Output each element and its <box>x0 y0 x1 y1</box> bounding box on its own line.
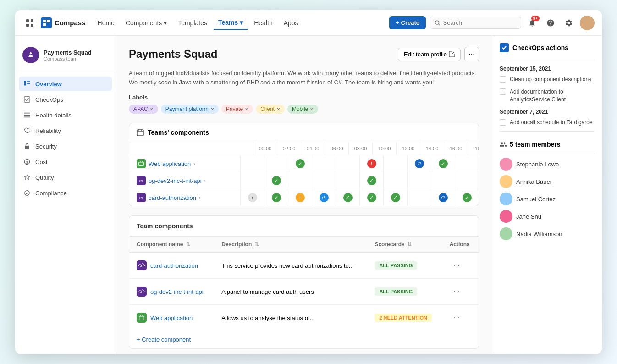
status-blue: ⏱ <box>415 159 424 168</box>
label-mobile[interactable]: Mobile ✕ <box>287 105 318 114</box>
team-avatar <box>22 47 39 63</box>
og-link[interactable]: og-dev2-inc-t-int-api <box>149 177 202 184</box>
td-card-desc: This service provides new card authoriza… <box>214 253 367 279</box>
td-og-actions: ··· <box>442 279 479 305</box>
sidebar-item-quality[interactable]: Quality <box>19 170 112 185</box>
sidebar-item-health[interactable]: Health details <box>19 108 112 122</box>
og-table-link[interactable]: og-dev2-inc-t-int-api <box>150 288 204 295</box>
status-green4: ✓ <box>367 176 376 185</box>
user-avatar[interactable] <box>580 16 595 30</box>
tc3-5: ✓ <box>359 189 383 206</box>
label-mobile-remove[interactable]: ✕ <box>310 107 314 112</box>
edit-profile-button[interactable]: Edit team profile <box>398 48 461 61</box>
label-apac[interactable]: APAC ✕ <box>129 105 158 114</box>
time-0400: 04:00 <box>301 142 325 155</box>
content-header: Payments Squad Edit team profile ··· <box>129 47 479 61</box>
td-og-desc: A panel to manage card auth users <box>214 279 367 305</box>
table-row-og: </> og-dev2-inc-t-int-api A panel to man… <box>129 279 479 305</box>
svg-rect-16 <box>24 117 30 118</box>
help-button[interactable] <box>543 16 558 30</box>
web-actions-btn[interactable]: ··· <box>450 310 464 325</box>
web-table-link[interactable]: Web application <box>150 314 193 321</box>
card-link[interactable]: card-authorization <box>149 194 196 201</box>
table-header-row: Component name ⇅ Description ⇅ Scorecard… <box>129 237 479 253</box>
label-client[interactable]: Client ✕ <box>256 105 285 114</box>
label-client-remove[interactable]: ✕ <box>276 107 280 112</box>
create-component-link[interactable]: + Create component <box>129 331 479 348</box>
time-headers: 00:00 02:00 04:00 06:00 08:00 10:00 12:0… <box>253 142 479 155</box>
sidebar-item-security[interactable]: Security <box>19 139 112 154</box>
nav-health[interactable]: Health <box>249 17 277 29</box>
sidebar-health-label: Health details <box>35 112 72 119</box>
sidebar-item-cost[interactable]: $ Cost <box>19 154 112 169</box>
card-auth-icon: </> <box>137 260 147 270</box>
members-section: 5 team members Stephanie Lowe Annika Bau… <box>500 141 595 240</box>
timeline-row-card: </> card-authorization › ‹ ✓ ! ↺ ✓ ✓ ✓ <box>129 189 479 206</box>
svg-rect-4 <box>43 20 46 22</box>
card-score-badge: ALL PASSING <box>375 261 417 270</box>
logo[interactable]: Compass <box>41 17 86 28</box>
card-auth-link[interactable]: card-authorization <box>150 262 198 269</box>
table-row-web: Web application Allows us to analyse the… <box>129 305 479 331</box>
nav-components[interactable]: Components ▾ <box>121 17 171 29</box>
label-apac-remove[interactable]: ✕ <box>150 107 154 112</box>
sidebar-team: Payments Squad Compass team <box>15 43 116 71</box>
label-payment-remove[interactable]: ✕ <box>210 107 214 112</box>
card-actions-btn[interactable]: ··· <box>450 258 464 273</box>
sidebar-item-overview[interactable]: Overview <box>19 77 112 91</box>
nav-apps[interactable]: Apps <box>279 17 303 29</box>
action-checkbox-3[interactable] <box>500 119 506 126</box>
label-private-remove[interactable]: ✕ <box>245 107 248 112</box>
og-chevron[interactable]: › <box>204 178 206 183</box>
tc2-9 <box>455 172 479 189</box>
td-card-score: ALL PASSING <box>367 253 442 279</box>
web-app-chevron[interactable]: › <box>193 161 195 166</box>
security-icon <box>23 143 31 150</box>
notification-button[interactable]: 9+ <box>525 16 540 30</box>
action-date-2: September 7, 2021 <box>500 109 595 115</box>
th-desc: Description ⇅ <box>214 237 367 253</box>
search-bar[interactable] <box>430 17 521 29</box>
sidebar-item-checkops[interactable]: CheckOps <box>19 92 112 107</box>
time-0000: 00:00 <box>253 142 277 155</box>
tc3-7 <box>407 189 431 206</box>
nav-templates[interactable]: Templates <box>173 17 212 29</box>
card-icon: </> <box>137 193 146 202</box>
components-section: Team components Component name ⇅ Descrip… <box>129 215 479 349</box>
members-title: 5 team members <box>500 141 595 148</box>
action-checkbox-2[interactable] <box>500 88 506 95</box>
td-og-score: ALL PASSING <box>367 279 442 305</box>
settings-button[interactable] <box>562 16 576 30</box>
td-web-actions: ··· <box>442 305 479 331</box>
tc-8: ✓ <box>431 155 455 172</box>
web-app-link[interactable]: Web application <box>149 160 191 167</box>
card-chevron[interactable]: › <box>199 195 200 200</box>
svg-rect-12 <box>27 83 30 84</box>
action-checkbox-1[interactable] <box>500 76 506 83</box>
time-0800: 08:00 <box>348 142 372 155</box>
more-options-button[interactable]: ··· <box>464 47 479 61</box>
nav-home[interactable]: Home <box>93 17 119 29</box>
grid-menu-icon[interactable] <box>22 16 37 30</box>
notification-badge: 9+ <box>531 16 540 21</box>
sidebar-item-reliability[interactable]: Reliability <box>19 123 112 138</box>
status-g3: ✓ <box>367 193 376 202</box>
nav-teams[interactable]: Teams ▾ <box>214 16 248 30</box>
tc-1 <box>264 155 288 172</box>
th-scorecards: Scorecards ⇅ <box>367 237 442 253</box>
member-avatar-stephanie <box>500 158 512 171</box>
og-actions-btn[interactable]: ··· <box>450 284 464 299</box>
member-avatar-samuel <box>500 193 512 205</box>
svg-point-7 <box>435 21 439 24</box>
overview-icon <box>23 80 31 88</box>
web-app-timeline-cells: ✓ ! ⏱ ✓ <box>240 155 479 172</box>
search-input[interactable] <box>443 19 516 26</box>
back-indicator[interactable]: ‹ <box>248 193 257 202</box>
label-payment-platform[interactable]: Payment platform ✕ <box>161 105 219 114</box>
label-private[interactable]: Private ✕ <box>221 105 253 114</box>
time-1000: 10:00 <box>372 142 396 155</box>
divider-2 <box>500 131 595 132</box>
create-button[interactable]: + Create <box>389 16 426 29</box>
sidebar-item-compliance[interactable]: Compliance <box>19 186 112 200</box>
action-item-2: Add documentation to AnalyticsService.Cl… <box>500 88 595 104</box>
